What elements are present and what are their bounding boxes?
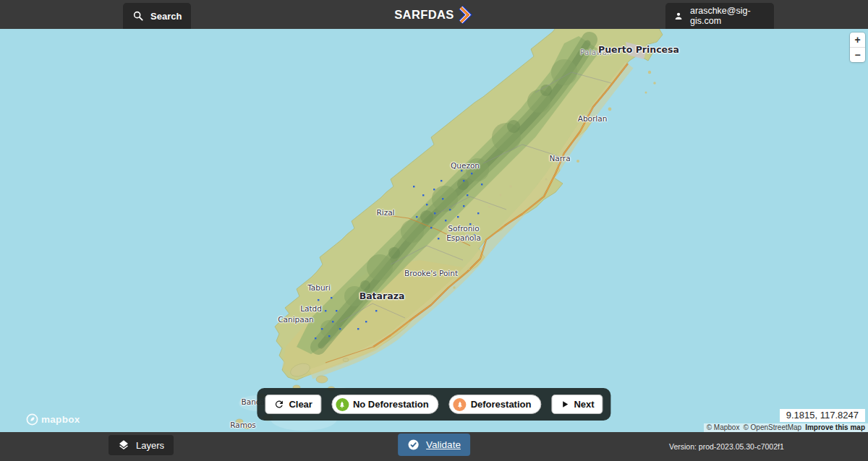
clear-label: Clear <box>289 399 312 410</box>
search-button[interactable]: Search <box>123 3 191 29</box>
user-icon <box>673 10 684 22</box>
map-zoom-control: + − <box>850 33 865 62</box>
check-circle-icon <box>407 439 420 451</box>
map-canvas[interactable]: PalawanPuerto PrincesaAborlanNarraQuezon… <box>0 29 868 432</box>
play-icon <box>560 400 569 409</box>
map-terrain <box>0 29 868 432</box>
attribution-mapbox-link[interactable]: © Mapbox <box>707 423 740 431</box>
next-button[interactable]: Next <box>551 395 603 414</box>
zoom-out-button[interactable]: − <box>850 48 865 62</box>
validation-toolbar: Clear No Deforestation Deforestation Nex… <box>257 388 610 421</box>
tree-icon-orange <box>454 398 467 411</box>
no-deforestation-label: No Deforestation <box>353 399 429 410</box>
no-deforestation-button[interactable]: No Deforestation <box>331 395 439 414</box>
app-logo: SARFDAS <box>394 0 474 29</box>
validate-button[interactable]: Validate <box>398 434 470 456</box>
mapbox-logo-icon <box>26 413 38 426</box>
user-account-button[interactable]: araschke@sig-gis.com <box>665 3 774 29</box>
tree-icon-green <box>336 398 349 411</box>
validate-label: Validate <box>426 439 461 450</box>
clear-button[interactable]: Clear <box>265 395 321 414</box>
improve-map-link[interactable]: Improve this map <box>805 423 865 431</box>
deforestation-button[interactable]: Deforestation <box>449 395 542 414</box>
layers-button[interactable]: Layers <box>109 435 174 455</box>
chevron-logo-icon <box>456 5 474 25</box>
app-logo-text: SARFDAS <box>394 8 454 22</box>
bottom-bar: Layers Validate Version: prod-2023.05.30… <box>0 432 868 461</box>
next-label: Next <box>574 399 594 410</box>
mapbox-logo[interactable]: mapbox <box>26 413 80 426</box>
deforestation-label: Deforestation <box>471 399 532 410</box>
map-attribution: © Mapbox © OpenStreetMap Improve this ma… <box>704 423 868 432</box>
top-bar: Search SARFDAS araschke@sig-gis.com <box>0 0 868 29</box>
zoom-in-button[interactable]: + <box>850 33 865 48</box>
layers-icon <box>118 439 129 451</box>
attribution-osm-link[interactable]: © OpenStreetMap <box>743 423 801 431</box>
refresh-icon <box>273 399 284 410</box>
mapbox-wordmark: mapbox <box>41 414 80 425</box>
coordinates-readout: 9.1815, 117.8247 <box>780 409 865 422</box>
search-label: Search <box>150 11 182 22</box>
search-icon <box>132 10 144 22</box>
layers-label: Layers <box>136 440 164 451</box>
user-email: araschke@sig-gis.com <box>690 6 766 26</box>
version-text: Version: prod-2023.05.30-c7002f1 <box>669 442 784 451</box>
